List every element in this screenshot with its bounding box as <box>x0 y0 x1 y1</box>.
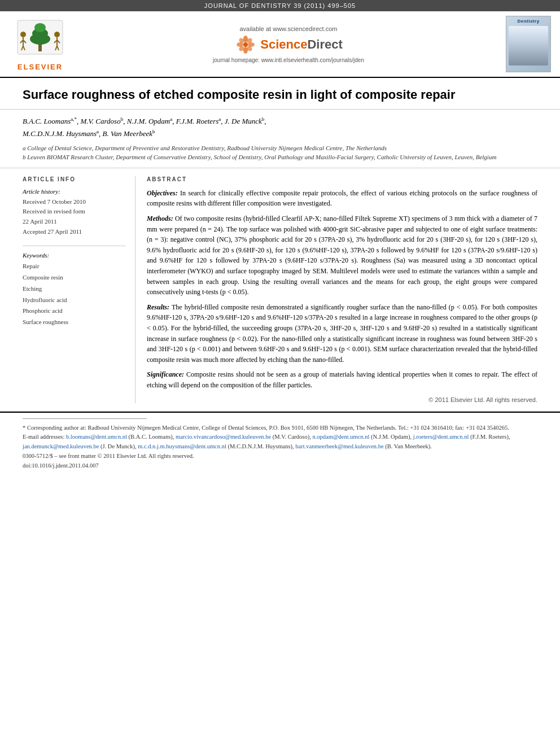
svg-point-4 <box>34 23 46 32</box>
elsevier-logo: ELSEVIER <box>9 18 71 71</box>
journal-title: JOURNAL OF DENTISTRY 39 (2011) 499–505 <box>204 2 356 9</box>
abstract-header: ABSTRACT <box>147 176 537 182</box>
available-text: available at www.sciencedirect.com <box>239 25 337 32</box>
author-roeters: F.J.M. Roeters <box>176 117 219 125</box>
corresponding-note: * Corresponding author at: Radboud Unive… <box>23 423 537 433</box>
results-label: Results: <box>147 303 169 311</box>
author-demunck: J. De Munck <box>225 117 262 125</box>
abstract-methods: Methods: Of two composite resins (hybrid… <box>147 213 537 298</box>
elsevier-tree-icon <box>15 18 65 63</box>
author-cardoso: M.V. Cardoso <box>80 117 120 125</box>
abstract-col: ABSTRACT Objectives: In search for clini… <box>147 176 537 403</box>
email-vanmeerbeek[interactable]: bart.vanmeerbeek@med.kuleuven.be <box>295 443 383 449</box>
abstract-text: Objectives: In search for clinically eff… <box>147 188 537 391</box>
author-huysmans: M.C.D.N.J.M. Huysmans <box>23 129 97 138</box>
revised-date: Received in revised form22 April 2011 <box>23 207 126 226</box>
email-line: E-mail addresses: b.loomans@dent.umcn.nl… <box>23 433 537 452</box>
received-date: Received 7 October 2010 <box>23 197 126 207</box>
email-roeters[interactable]: j.roeters@dent.umcn.nl <box>413 434 469 440</box>
authors-section: B.A.C. Loomansa,*, M.V. Cardosob, N.J.M.… <box>0 110 560 168</box>
keyword-phosphoric: Phosphoric acid <box>23 305 126 317</box>
keywords-list: Repair Composite resin Etching Hydrofluo… <box>23 261 126 328</box>
affiliation-a: a College of Dental Science, Department … <box>23 143 537 153</box>
sciencedirect-flower-icon <box>234 36 257 54</box>
authors-line: B.A.C. Loomansa,*, M.V. Cardosob, N.J.M.… <box>23 115 537 140</box>
methods-label: Methods: <box>147 215 173 222</box>
header-section: ELSEVIER available at www.sciencedirect.… <box>0 11 560 78</box>
abstract-objectives: Objectives: In search for clinically eff… <box>147 188 537 209</box>
article-info-header: ARTICLE INFO <box>23 176 126 182</box>
significance-label: Significance: <box>147 370 184 378</box>
svg-point-17 <box>243 42 248 47</box>
history-label: Article history: <box>23 188 126 195</box>
sciencedirect-logo: ScienceDirect <box>234 36 343 54</box>
doi-line: doi:10.1016/j.jdent.2011.04.007 <box>23 461 537 471</box>
rights-line: 0300-5712/$ – see front matter © 2011 El… <box>23 452 537 461</box>
author-loomans: B.A.C. Loomans <box>23 117 71 125</box>
keyword-etching: Etching <box>23 283 126 295</box>
dentistry-thumb-title: Dentistry <box>517 19 539 24</box>
keyword-composite-resin: Composite resin <box>23 272 126 283</box>
svg-point-5 <box>20 32 26 37</box>
email-loomans[interactable]: b.loomans@dent.umcn.nl <box>66 434 127 440</box>
objectives-label: Objectives: <box>147 189 178 197</box>
abstract-results: Results: The hybrid-filled composite res… <box>147 302 537 365</box>
svg-point-11 <box>54 32 60 37</box>
affiliations: a College of Dental Science, Department … <box>23 143 537 162</box>
significance-text: Composite resins should not be seen as a… <box>147 370 537 389</box>
footer-section: * Corresponding author at: Radboud Unive… <box>0 412 560 477</box>
accepted-date: Accepted 27 April 2011 <box>23 227 126 237</box>
email-opdam[interactable]: n.opdam@dent.umcn.nl <box>312 434 369 440</box>
objectives-text: In search for clinically effective compo… <box>147 189 537 208</box>
article-history: Article history: Received 7 October 2010… <box>23 188 126 237</box>
copyright-line: © 2011 Elsevier Ltd. All rights reserved… <box>147 396 537 403</box>
email-huysmans[interactable]: m.c.d.n.j.m.huysmans@dent.umcn.nl <box>138 443 226 449</box>
author-vanmeerbeek: B. Van Meerbeek <box>103 129 152 138</box>
abstract-significance: Significance: Composite resins should no… <box>147 369 537 390</box>
keyword-hydrofluoric: Hydrofluoric acid <box>23 295 126 306</box>
affiliation-b: b Leuven BIOMAT Research Cluster, Depart… <box>23 152 537 162</box>
article-title: Surface roughness of etched composite re… <box>23 87 537 103</box>
keyword-surface-roughness: Surface roughness <box>23 317 126 328</box>
journal-homepage-link: journal homepage: www.intl.elsevierhealt… <box>213 57 364 63</box>
email-cardoso[interactable]: marcio.vivancardoso@med.kuleuven.be <box>176 434 271 440</box>
methods-text: Of two composite resins (hybrid-filled C… <box>147 215 537 296</box>
header-center: available at www.sciencedirect.com Scien… <box>77 25 500 63</box>
email-demunck[interactable]: jan.demunck@med.kuleuven.be <box>23 443 99 449</box>
keyword-repair: Repair <box>23 261 126 272</box>
author-opdam: N.J.M. Opdam <box>127 117 170 125</box>
elsevier-brand-text: ELSEVIER <box>18 63 63 71</box>
article-info-col: ARTICLE INFO Article history: Received 7… <box>23 176 135 403</box>
footer-divider <box>23 418 147 419</box>
keywords-section: Keywords: Repair Composite resin Etching… <box>23 246 126 328</box>
results-text: The hybrid-filled composite resin demons… <box>147 303 537 364</box>
journal-bar: JOURNAL OF DENTISTRY 39 (2011) 499–505 <box>0 0 560 11</box>
dentistry-journal-thumbnail: Dentistry <box>506 16 551 72</box>
keywords-label: Keywords: <box>23 252 126 259</box>
sciencedirect-text: ScienceDirect <box>260 37 343 52</box>
two-col-section: ARTICLE INFO Article history: Received 7… <box>0 168 560 412</box>
article-title-section: Surface roughness of etched composite re… <box>0 78 560 110</box>
